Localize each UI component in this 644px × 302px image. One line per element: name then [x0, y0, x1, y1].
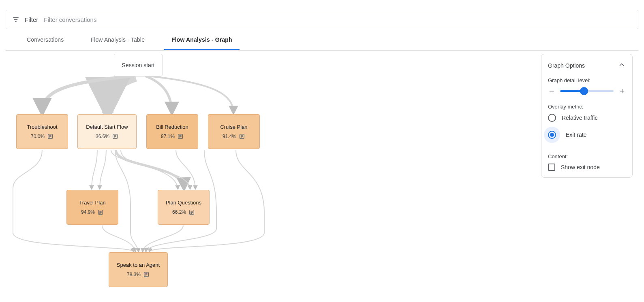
graph-options-header[interactable]: Graph Options [548, 61, 626, 70]
node-troubleshoot[interactable]: Troubleshoot 70.0% [16, 114, 68, 149]
detail-level-label: Graph detail level: [548, 77, 626, 83]
node-session-start-label: Session start [122, 62, 155, 68]
radio-label: Relative traffic [562, 115, 597, 121]
filter-label: Filter [25, 16, 38, 23]
detail-level-slider-row [548, 87, 626, 95]
details-icon [47, 133, 53, 140]
graph-options-panel: Graph Options Graph detail level: Overla… [541, 54, 633, 178]
node-plan-questions[interactable]: Plan Questions 66.2% [158, 190, 210, 225]
details-icon [112, 133, 118, 140]
graph-options-title: Graph Options [548, 62, 585, 69]
checkbox-icon [548, 164, 555, 171]
radio-icon [548, 114, 556, 122]
node-pct: 78.3% [127, 272, 141, 277]
radio-relative-traffic[interactable]: Relative traffic [548, 114, 626, 122]
node-cruise-plan[interactable]: Cruise Plan 91.4% [208, 114, 260, 149]
detail-level-slider[interactable] [560, 90, 614, 92]
filter-icon [12, 15, 20, 23]
filter-input[interactable] [43, 16, 632, 23]
zoom-out-button[interactable] [548, 87, 555, 95]
node-pct: 66.2% [172, 209, 186, 215]
tab-flow-table[interactable]: Flow Analysis - Table [83, 29, 152, 50]
tab-flow-graph[interactable]: Flow Analysis - Graph [164, 29, 240, 50]
node-speak-to-agent[interactable]: Speak to an Agent 78.3% [109, 252, 168, 287]
checkbox-show-exit-node[interactable]: Show exit node [548, 164, 626, 171]
node-session-start[interactable]: Session start [114, 54, 163, 77]
details-icon [239, 133, 245, 140]
radio-exit-rate[interactable]: Exit rate [548, 127, 626, 143]
slider-thumb[interactable] [580, 87, 588, 95]
node-title: Speak to an Agent [117, 262, 160, 268]
radio-halo [544, 127, 560, 143]
node-pct: 36.6% [96, 134, 109, 139]
node-pct: 70.0% [31, 134, 45, 139]
node-title: Travel Plan [79, 200, 105, 206]
graph-canvas[interactable]: Session start Troubleshoot 70.0% Default… [6, 51, 638, 302]
node-title: Plan Questions [166, 200, 201, 206]
content-label: Content: [548, 153, 626, 160]
checkbox-label: Show exit node [561, 164, 600, 170]
node-pct: 94.9% [81, 209, 95, 215]
node-bill-reduction[interactable]: Bill Reduction 97.1% [146, 114, 198, 149]
filter-bar: Filter [6, 10, 638, 29]
node-pct: 91.4% [223, 134, 236, 139]
details-icon [188, 209, 195, 215]
node-title: Cruise Plan [220, 124, 247, 130]
node-pct: 97.1% [161, 134, 175, 139]
node-title: Bill Reduction [156, 124, 188, 130]
zoom-in-button[interactable] [618, 87, 626, 95]
details-icon [97, 209, 104, 215]
overlay-metric-label: Overlay metric: [548, 104, 626, 110]
node-default-start-flow[interactable]: Default Start Flow 36.6% [77, 114, 137, 149]
node-title: Default Start Flow [86, 124, 128, 130]
tab-conversations[interactable]: Conversations [19, 29, 71, 50]
radio-icon [548, 131, 556, 139]
radio-label: Exit rate [566, 132, 586, 138]
node-travel-plan[interactable]: Travel Plan 94.9% [66, 190, 118, 225]
tabs: Conversations Flow Analysis - Table Flow… [6, 29, 638, 51]
node-title: Troubleshoot [27, 124, 57, 130]
details-icon [177, 133, 184, 140]
chevron-up-icon [618, 61, 626, 70]
details-icon [143, 271, 150, 278]
